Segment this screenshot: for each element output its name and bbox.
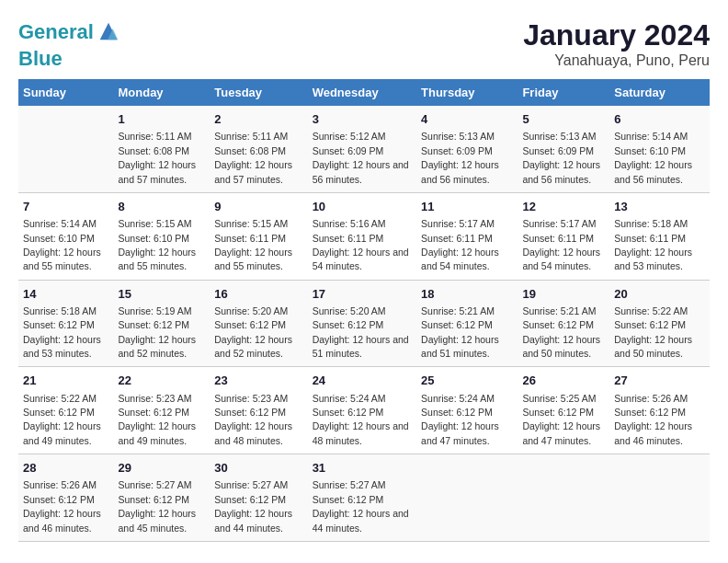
day-number: 30 — [214, 460, 302, 477]
day-number: 25 — [421, 373, 513, 389]
calendar-table: SundayMondayTuesdayWednesdayThursdayFrid… — [18, 79, 710, 542]
day-cell: 24 Sunrise: 5:24 AMSunset: 6:12 PMDaylig… — [308, 367, 416, 454]
day-number: 29 — [118, 460, 205, 477]
day-number: 16 — [214, 286, 302, 303]
calendar-subtitle: Yanahuaya, Puno, Peru — [523, 52, 710, 69]
day-cell — [518, 454, 609, 542]
day-info: Sunrise: 5:11 AMSunset: 6:08 PMDaylight:… — [118, 131, 196, 184]
day-info: Sunrise: 5:17 AMSunset: 6:11 PMDaylight:… — [421, 218, 499, 271]
day-cell: 14 Sunrise: 5:18 AMSunset: 6:12 PMDaylig… — [18, 280, 113, 367]
day-info: Sunrise: 5:11 AMSunset: 6:08 PMDaylight:… — [214, 131, 292, 184]
day-number: 24 — [313, 373, 412, 389]
header-row: SundayMondayTuesdayWednesdayThursdayFrid… — [18, 79, 710, 106]
day-cell: 23 Sunrise: 5:23 AMSunset: 6:12 PMDaylig… — [210, 367, 307, 454]
day-cell: 7 Sunrise: 5:14 AMSunset: 6:10 PMDayligh… — [18, 192, 113, 280]
day-cell: 1 Sunrise: 5:11 AMSunset: 6:08 PMDayligh… — [113, 106, 210, 192]
day-info: Sunrise: 5:18 AMSunset: 6:11 PMDaylight:… — [614, 218, 692, 271]
day-info: Sunrise: 5:24 AMSunset: 6:12 PMDaylight:… — [421, 393, 499, 446]
day-info: Sunrise: 5:19 AMSunset: 6:12 PMDaylight:… — [118, 305, 196, 359]
day-info: Sunrise: 5:26 AMSunset: 6:12 PMDaylight:… — [614, 393, 692, 446]
week-row-3: 14 Sunrise: 5:18 AMSunset: 6:12 PMDaylig… — [18, 280, 710, 367]
day-info: Sunrise: 5:17 AMSunset: 6:11 PMDaylight:… — [522, 218, 600, 271]
day-number: 8 — [118, 199, 205, 215]
day-info: Sunrise: 5:25 AMSunset: 6:12 PMDaylight:… — [522, 393, 600, 446]
day-number: 15 — [118, 286, 205, 303]
day-info: Sunrise: 5:15 AMSunset: 6:10 PMDaylight:… — [118, 218, 196, 271]
day-cell: 19 Sunrise: 5:21 AMSunset: 6:12 PMDaylig… — [518, 280, 609, 367]
day-cell: 12 Sunrise: 5:17 AMSunset: 6:11 PMDaylig… — [518, 192, 609, 280]
page-header: General Blue January 2024 Yanahuaya, Pun… — [18, 18, 710, 70]
day-cell: 27 Sunrise: 5:26 AMSunset: 6:12 PMDaylig… — [609, 367, 710, 454]
day-cell: 29 Sunrise: 5:27 AMSunset: 6:12 PMDaylig… — [113, 454, 210, 542]
day-cell: 5 Sunrise: 5:13 AMSunset: 6:09 PMDayligh… — [518, 106, 609, 192]
day-cell: 8 Sunrise: 5:15 AMSunset: 6:10 PMDayligh… — [113, 192, 210, 280]
day-info: Sunrise: 5:27 AMSunset: 6:12 PMDaylight:… — [214, 479, 292, 533]
title-block: January 2024 Yanahuaya, Puno, Peru — [523, 18, 710, 69]
day-cell: 28 Sunrise: 5:26 AMSunset: 6:12 PMDaylig… — [18, 454, 113, 542]
day-number: 28 — [23, 460, 108, 477]
day-number: 10 — [313, 199, 412, 215]
day-number: 3 — [313, 111, 412, 128]
day-info: Sunrise: 5:18 AMSunset: 6:12 PMDaylight:… — [23, 305, 101, 359]
day-cell: 9 Sunrise: 5:15 AMSunset: 6:11 PMDayligh… — [210, 192, 307, 280]
header-cell-thursday: Thursday — [416, 79, 518, 106]
day-number: 7 — [23, 199, 108, 215]
day-info: Sunrise: 5:20 AMSunset: 6:12 PMDaylight:… — [214, 305, 292, 359]
day-cell — [416, 454, 518, 542]
day-info: Sunrise: 5:15 AMSunset: 6:11 PMDaylight:… — [214, 218, 292, 271]
day-info: Sunrise: 5:16 AMSunset: 6:11 PMDaylight:… — [313, 218, 409, 271]
week-row-4: 21 Sunrise: 5:22 AMSunset: 6:12 PMDaylig… — [18, 367, 710, 454]
day-number: 1 — [118, 111, 205, 128]
day-number: 27 — [614, 373, 705, 389]
day-info: Sunrise: 5:27 AMSunset: 6:12 PMDaylight:… — [313, 479, 409, 533]
day-number: 26 — [522, 373, 605, 389]
calendar-title: January 2024 — [523, 18, 710, 52]
day-cell: 22 Sunrise: 5:23 AMSunset: 6:12 PMDaylig… — [113, 367, 210, 454]
day-info: Sunrise: 5:13 AMSunset: 6:09 PMDaylight:… — [421, 131, 499, 184]
logo: General Blue — [18, 18, 121, 70]
day-cell: 17 Sunrise: 5:20 AMSunset: 6:12 PMDaylig… — [308, 280, 416, 367]
day-info: Sunrise: 5:24 AMSunset: 6:12 PMDaylight:… — [313, 393, 409, 446]
day-info: Sunrise: 5:23 AMSunset: 6:12 PMDaylight:… — [118, 393, 196, 446]
day-info: Sunrise: 5:21 AMSunset: 6:12 PMDaylight:… — [421, 305, 499, 359]
logo-text: General — [18, 18, 121, 48]
header-cell-friday: Friday — [518, 79, 609, 106]
header-cell-tuesday: Tuesday — [210, 79, 307, 106]
day-cell: 26 Sunrise: 5:25 AMSunset: 6:12 PMDaylig… — [518, 367, 609, 454]
day-cell: 20 Sunrise: 5:22 AMSunset: 6:12 PMDaylig… — [609, 280, 710, 367]
day-number: 12 — [522, 199, 605, 215]
week-row-5: 28 Sunrise: 5:26 AMSunset: 6:12 PMDaylig… — [18, 454, 710, 542]
day-number: 2 — [214, 111, 302, 128]
day-number: 4 — [421, 111, 513, 128]
day-info: Sunrise: 5:23 AMSunset: 6:12 PMDaylight:… — [214, 393, 292, 446]
day-cell: 6 Sunrise: 5:14 AMSunset: 6:10 PMDayligh… — [609, 106, 710, 192]
logo-line2: Blue — [18, 48, 121, 70]
day-number: 6 — [614, 111, 705, 128]
day-cell: 15 Sunrise: 5:19 AMSunset: 6:12 PMDaylig… — [113, 280, 210, 367]
day-info: Sunrise: 5:27 AMSunset: 6:12 PMDaylight:… — [118, 479, 196, 533]
day-cell — [18, 106, 113, 192]
week-row-1: 1 Sunrise: 5:11 AMSunset: 6:08 PMDayligh… — [18, 106, 710, 192]
header-cell-sunday: Sunday — [18, 79, 113, 106]
header-cell-wednesday: Wednesday — [308, 79, 416, 106]
day-info: Sunrise: 5:21 AMSunset: 6:12 PMDaylight:… — [522, 305, 600, 359]
day-info: Sunrise: 5:13 AMSunset: 6:09 PMDaylight:… — [522, 131, 600, 184]
day-cell: 2 Sunrise: 5:11 AMSunset: 6:08 PMDayligh… — [210, 106, 307, 192]
day-number: 18 — [421, 286, 513, 303]
day-info: Sunrise: 5:14 AMSunset: 6:10 PMDaylight:… — [614, 131, 692, 184]
day-number: 19 — [522, 286, 605, 303]
day-number: 13 — [614, 199, 705, 215]
week-row-2: 7 Sunrise: 5:14 AMSunset: 6:10 PMDayligh… — [18, 192, 710, 280]
day-number: 20 — [614, 286, 705, 303]
day-cell: 13 Sunrise: 5:18 AMSunset: 6:11 PMDaylig… — [609, 192, 710, 280]
day-cell: 10 Sunrise: 5:16 AMSunset: 6:11 PMDaylig… — [308, 192, 416, 280]
day-number: 23 — [214, 373, 302, 389]
day-info: Sunrise: 5:26 AMSunset: 6:12 PMDaylight:… — [23, 479, 101, 533]
day-info: Sunrise: 5:22 AMSunset: 6:12 PMDaylight:… — [23, 393, 101, 446]
day-cell — [609, 454, 710, 542]
day-cell: 21 Sunrise: 5:22 AMSunset: 6:12 PMDaylig… — [18, 367, 113, 454]
day-number: 31 — [313, 460, 412, 477]
day-cell: 11 Sunrise: 5:17 AMSunset: 6:11 PMDaylig… — [416, 192, 518, 280]
day-cell: 25 Sunrise: 5:24 AMSunset: 6:12 PMDaylig… — [416, 367, 518, 454]
day-info: Sunrise: 5:22 AMSunset: 6:12 PMDaylight:… — [614, 305, 692, 359]
